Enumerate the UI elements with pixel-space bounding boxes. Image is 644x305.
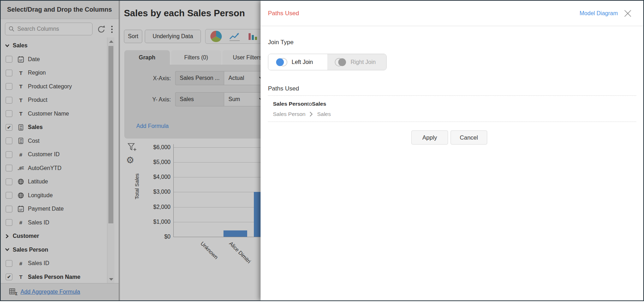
right-join-option[interactable]: Right Join bbox=[327, 54, 386, 70]
apply-button[interactable]: Apply bbox=[411, 130, 448, 145]
join-type-label: Join Type bbox=[268, 39, 293, 46]
dialog-title: Paths Used bbox=[268, 10, 299, 17]
right-join-venn-icon bbox=[334, 58, 347, 67]
path-to-bold: Sales bbox=[312, 101, 326, 107]
left-join-option[interactable]: Left Join bbox=[268, 54, 327, 70]
close-icon[interactable] bbox=[624, 9, 632, 18]
path-from-bold: Sales Person bbox=[273, 101, 307, 107]
paths-section-title: Paths Used bbox=[268, 85, 299, 92]
model-diagram-link[interactable]: Model Diagram bbox=[580, 10, 618, 17]
left-join-label: Left Join bbox=[292, 59, 313, 65]
right-join-label: Right Join bbox=[351, 59, 376, 65]
path-connector: to bbox=[307, 101, 312, 107]
path-step-to: Sales bbox=[317, 111, 331, 117]
dialog-header: Paths Used Model Diagram bbox=[261, 1, 643, 26]
path-name: Sales PersontoSales bbox=[273, 101, 326, 107]
paths-used-dialog: Paths Used Model Diagram Join Type Left … bbox=[261, 1, 643, 300]
app-window: Select/Drag and Drop the Columns Sales 1… bbox=[0, 0, 644, 301]
chevron-right-icon bbox=[310, 112, 313, 117]
dotted-separator bbox=[268, 122, 636, 122]
path-step-from: Sales Person bbox=[273, 111, 305, 117]
dotted-separator bbox=[268, 95, 636, 96]
cancel-button[interactable]: Cancel bbox=[451, 130, 487, 145]
join-type-toggle: Left Join Right Join bbox=[268, 54, 387, 70]
left-join-venn-icon bbox=[275, 58, 288, 67]
path-steps: Sales Person Sales bbox=[273, 111, 331, 117]
